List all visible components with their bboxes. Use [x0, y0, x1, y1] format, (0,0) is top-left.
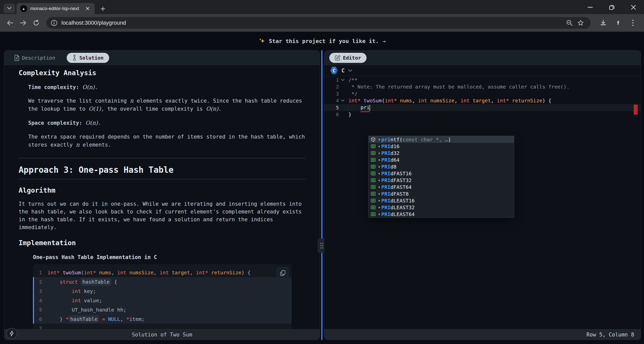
editor-line[interactable]: 5 pri [324, 104, 641, 111]
suggestion-item[interactable]: printf(const char *, …) [369, 136, 514, 143]
code-line: 2 struct hashTable { [33, 277, 292, 286]
tab-title: monaco-editor-lsp-next [30, 6, 84, 11]
download-icon [600, 19, 607, 26]
editor-panel: Editor C C 1/**2 * Note: The returned ar… [324, 50, 641, 340]
space-complexity-detail: The extra space required depends on the … [28, 133, 306, 149]
space-complexity-line: Space complexity: O(n). [28, 119, 306, 127]
suggestion-item[interactable]: PRIdFAST32 [369, 177, 514, 184]
symbol-constant-icon [371, 185, 376, 189]
suggestion-item[interactable]: PRIdFAST8 [369, 190, 514, 197]
reload-icon [33, 20, 39, 26]
minimize-icon [588, 7, 593, 8]
zoom-page-button[interactable] [564, 17, 575, 28]
left-status-bar: Solution of Two Sum [4, 329, 320, 340]
suggestion-item[interactable]: PRIdLEAST32 [369, 204, 514, 211]
copy-code-button[interactable] [277, 267, 289, 279]
editor-line[interactable]: 3 */ [324, 90, 641, 97]
editor-line[interactable]: 1/** [324, 76, 641, 83]
language-label: C [341, 67, 345, 74]
browser-tab[interactable]: ▲ monaco-editor-lsp-next [17, 3, 95, 14]
url-bar[interactable]: localhost:3000/playground [46, 17, 591, 29]
suggestion-item[interactable]: PRIdFAST16 [369, 170, 514, 177]
time-complexity-line: Time complexity: O(n). [28, 83, 306, 91]
window-minimize-button[interactable] [583, 3, 597, 12]
code-line: 5 UT_hash_handle hh; [33, 305, 292, 314]
tab-description-label: Description [22, 55, 55, 61]
downloads-button[interactable] [597, 16, 610, 29]
symbol-constant-icon [371, 191, 376, 196]
flask-icon [72, 55, 77, 61]
panel-resize-divider[interactable] [321, 50, 323, 340]
symbol-constant-icon [371, 157, 376, 162]
left-panel-header: Description Solution [4, 51, 320, 65]
symbol-constant-icon [371, 151, 376, 156]
browser-toolbar: localhost:3000/playground f [0, 14, 644, 32]
forward-button[interactable] [17, 16, 30, 29]
symbol-constant-icon [371, 178, 376, 183]
new-tab-button[interactable] [99, 5, 107, 13]
site-info-icon[interactable] [51, 20, 57, 26]
browser-menu-button[interactable] [626, 16, 639, 29]
tab-editor[interactable]: Editor [329, 53, 367, 63]
grip-dots-icon [320, 242, 324, 249]
code-line: 6 } *hashTable = NULL, *item; [33, 314, 292, 324]
window-close-button[interactable] [626, 3, 640, 12]
copy-icon [280, 270, 285, 276]
monaco-editor[interactable]: 1/**2 * Note: The returned array must be… [324, 76, 641, 329]
fold-chevron-icon[interactable] [339, 79, 346, 81]
suggestion-item[interactable]: PRIdLEAST64 [369, 211, 514, 218]
symbol-constant-icon [371, 212, 376, 217]
star-icon [577, 20, 584, 26]
editor-line[interactable]: 2 * Note: The returned array must be mal… [324, 83, 641, 91]
symbol-constant-icon [371, 157, 376, 162]
editor-line[interactable]: 6} [324, 111, 641, 118]
code-caption: One-pass Hash Table Implementation in C [33, 254, 306, 260]
text-cursor [370, 105, 370, 111]
suggestion-item[interactable]: PRId32 [369, 150, 514, 156]
fold-chevron-icon[interactable] [339, 100, 346, 102]
tab-solution[interactable]: Solution [67, 53, 109, 63]
language-selector[interactable]: C C [324, 65, 641, 76]
suggestion-item[interactable]: PRId8 [369, 163, 514, 170]
close-icon [86, 7, 89, 10]
suggestion-item[interactable]: PRId16 [369, 143, 514, 150]
kebab-menu-icon [632, 20, 634, 26]
editor-line[interactable]: 4int* twoSum(int* nums, int numsSize, in… [324, 97, 641, 104]
suggestion-item[interactable]: PRIdFAST64 [369, 184, 514, 190]
star-project-banner[interactable]: Star this project if you like it. → [0, 32, 644, 50]
complexity-analysis-heading: Complexity Analysis [19, 69, 306, 77]
time-complexity-detail: We traverse the list containing n elemen… [28, 97, 306, 113]
restore-icon [609, 5, 615, 10]
forward-icon [20, 20, 26, 26]
code-block: 1int* twoSum(int* nums, int numsSize, in… [33, 264, 292, 329]
tab-close-button[interactable] [84, 5, 91, 12]
approach-heading: Approach 3: One-pass Hash Table [19, 165, 306, 175]
window-restore-button[interactable] [605, 3, 619, 12]
symbol-function-icon [371, 137, 376, 142]
edit-pencil-icon [335, 55, 340, 61]
reload-button[interactable] [30, 16, 43, 29]
symbol-constant-icon [371, 212, 376, 217]
back-button[interactable] [4, 16, 17, 29]
solution-content: Complexity Analysis Time complexity: O(n… [4, 65, 320, 329]
quick-actions-button[interactable] [6, 328, 17, 339]
suggestion-item[interactable]: PRIdLEAST16 [369, 197, 514, 204]
cursor-position: Row 5, Column 8 [586, 332, 634, 338]
bookmark-button[interactable] [575, 17, 586, 28]
tab-description[interactable]: Description [9, 53, 60, 63]
url-text[interactable]: localhost:3000/playground [61, 20, 564, 26]
divider-rule [19, 179, 306, 179]
profile-avatar[interactable]: f [613, 18, 623, 28]
code-line: 3 int key; [33, 286, 292, 296]
back-icon [7, 20, 13, 26]
symbol-constant-icon [371, 205, 376, 210]
c-language-icon: C [330, 67, 338, 75]
symbol-constant-icon [371, 178, 376, 183]
autocomplete-dropdown: printf(const char *, …)PRId16PRId32PRId6… [368, 136, 514, 218]
tab-search-button[interactable] [4, 4, 15, 13]
right-panel-header: Editor [324, 51, 641, 65]
suggestion-item[interactable]: PRId64 [369, 156, 514, 163]
document-icon [14, 55, 19, 61]
close-icon [631, 5, 636, 10]
implementation-heading: Implementation [19, 239, 306, 247]
